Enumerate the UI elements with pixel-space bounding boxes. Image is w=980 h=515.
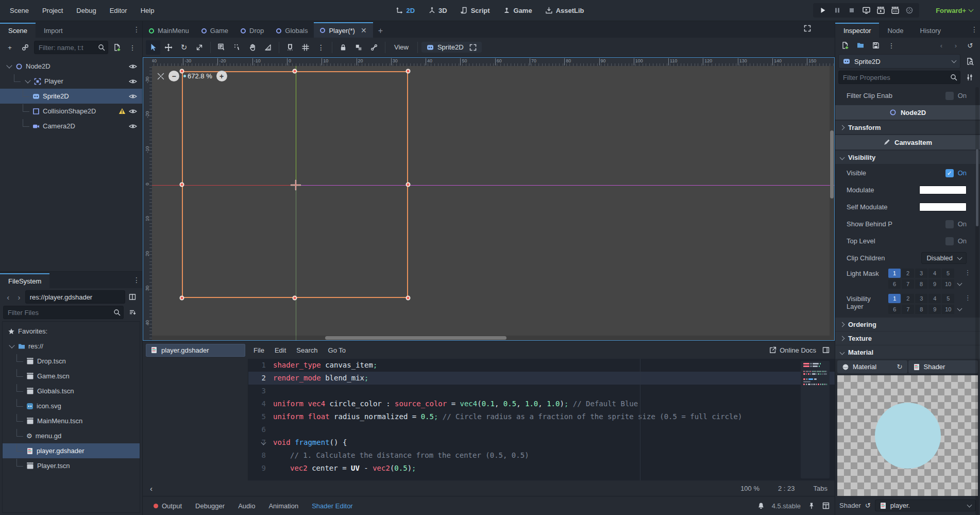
selection-handle[interactable]	[406, 69, 411, 74]
layer-cell-3[interactable]: 3	[915, 269, 927, 278]
center-view-icon[interactable]	[157, 73, 164, 80]
layer-cell-9[interactable]: 9	[928, 279, 941, 289]
revert-icon[interactable]: ↺	[865, 502, 871, 509]
online-docs-button[interactable]: Online Docs	[769, 346, 816, 354]
pivot-tool[interactable]	[230, 40, 244, 55]
checkbox[interactable]	[945, 92, 954, 100]
code-line[interactable]: 3	[248, 385, 835, 397]
layer-cell-4[interactable]: 4	[928, 294, 941, 303]
workspace-3d[interactable]: 3D	[424, 5, 451, 16]
canvas-hscrollbar[interactable]	[152, 336, 834, 340]
code-editor[interactable]: 1shader_type canvas_item;2render_mode bl…	[248, 359, 835, 480]
bottom-panel-debugger[interactable]: Debugger	[190, 500, 230, 512]
scene-tab-player[interactable]: Player(*)✕	[314, 22, 373, 38]
snap-options-menu[interactable]: ⋮	[314, 40, 328, 55]
tab-inspector[interactable]: Inspector	[835, 23, 879, 38]
grid-snap-toggle[interactable]	[298, 40, 313, 55]
color-swatch[interactable]	[919, 203, 967, 211]
zoom-level-value[interactable]: 672.8 %	[183, 72, 212, 80]
expand-icon[interactable]	[469, 44, 477, 51]
bottom-panel-animation[interactable]: Animation	[263, 500, 304, 512]
list-select-tool[interactable]	[214, 40, 229, 55]
selection-handle[interactable]	[180, 182, 184, 187]
zoom-in-button[interactable]: +	[216, 71, 227, 81]
section-texture[interactable]: Texture	[835, 331, 980, 345]
visibility-eye-icon[interactable]	[129, 63, 137, 70]
workspace-script[interactable]: Script	[457, 5, 494, 16]
scale-tool[interactable]	[192, 40, 207, 55]
new-resource-button[interactable]	[838, 39, 852, 52]
section-ordering[interactable]: Ordering	[835, 318, 980, 331]
layer-cell-7[interactable]: 7	[902, 305, 914, 314]
visibility-eye-icon[interactable]	[129, 108, 137, 114]
tab-import[interactable]: Import	[36, 23, 71, 38]
file-item-icon-svg[interactable]: icon.svg	[3, 398, 140, 413]
selection-handle[interactable]	[180, 296, 184, 301]
canvas-viewport[interactable]: -40-30-20-100102030405060708090100110120…	[143, 57, 835, 341]
layer-cell-4[interactable]: 4	[928, 269, 941, 278]
color-swatch[interactable]	[919, 186, 967, 194]
inspector-history-button[interactable]: ↺	[964, 39, 977, 52]
resource-menu-button[interactable]: ⋮	[885, 39, 898, 52]
scene-node-node2d[interactable]: Node2D	[0, 59, 142, 74]
layer-cell-1[interactable]: 1	[888, 269, 901, 278]
zoom-out-button[interactable]: −	[168, 71, 179, 81]
smart-snap-toggle[interactable]	[283, 40, 297, 55]
skeleton-menu[interactable]	[367, 40, 381, 55]
selection-handle[interactable]	[406, 296, 411, 301]
expander-icon[interactable]	[25, 77, 30, 83]
editor-zoom-value[interactable]: 100 %	[740, 485, 759, 492]
scene-tab-game[interactable]: Game	[195, 23, 234, 38]
expander-icon[interactable]	[9, 342, 14, 348]
section-material[interactable]: Material	[835, 345, 980, 359]
play-current-scene-button[interactable]	[874, 4, 887, 16]
inspector-back-button[interactable]: ‹	[935, 39, 948, 52]
more-icon[interactable]: ⋮	[971, 25, 978, 34]
pin-panel-icon[interactable]	[808, 502, 815, 509]
file-item-globals-tscn[interactable]: Globals.tscn	[3, 384, 140, 398]
code-line[interactable]: 9vec2 center = UV - vec2(0.5);	[248, 462, 835, 475]
scene-node-player[interactable]: Player	[0, 74, 142, 89]
move-tool[interactable]	[161, 40, 176, 55]
fold-icon[interactable]	[261, 440, 266, 445]
checkbox[interactable]: ✓	[945, 169, 954, 177]
layer-cell-2[interactable]: 2	[902, 294, 914, 303]
section-transform[interactable]: Transform	[835, 121, 980, 134]
tab-history[interactable]: History	[912, 23, 949, 38]
reload-icon[interactable]: ↻	[897, 363, 903, 371]
inspector-forward-button[interactable]: ›	[949, 39, 962, 52]
scene-node-sprite2d[interactable]: Sprite2D	[0, 89, 142, 104]
pan-tool[interactable]	[245, 40, 260, 55]
tab-scene[interactable]: Scene	[0, 23, 36, 38]
code-menu-edit[interactable]: Edit	[269, 344, 291, 356]
scene-tab-mainmenu[interactable]: MainMenu	[143, 23, 195, 38]
collapse-files-button[interactable]: ‹	[150, 484, 153, 493]
workspace-assetlib[interactable]: AssetLib	[542, 5, 588, 16]
scene-node-camera2d[interactable]: Camera2D	[0, 119, 142, 134]
code-menu-go-to[interactable]: Go To	[323, 344, 351, 356]
layer-cell-1[interactable]: 1	[888, 294, 901, 303]
history-forward-button[interactable]: ›	[14, 293, 24, 302]
canvas-surface[interactable]: −672.8 %+	[152, 66, 834, 340]
movie-maker-button[interactable]	[903, 4, 916, 16]
file-item-mainmenu-tscn[interactable]: MainMenu.tscn	[3, 413, 140, 428]
context-sprite2d-button[interactable]: Sprite2D	[421, 42, 482, 53]
more-icon[interactable]: ⋮	[133, 25, 140, 34]
canvas-vscrollbar[interactable]	[830, 66, 834, 336]
ruler-tool[interactable]	[261, 40, 275, 55]
code-line[interactable]: 6	[248, 423, 835, 436]
tab-node[interactable]: Node	[879, 23, 911, 38]
tab-filesystem[interactable]: FileSystem	[0, 273, 49, 288]
more-icon[interactable]: ⋮	[964, 294, 972, 314]
close-icon[interactable]: ✕	[361, 26, 367, 35]
current-path-field[interactable]	[25, 290, 125, 304]
layer-cell-9[interactable]: 9	[928, 305, 941, 314]
scene-tab-globals[interactable]: Globals	[270, 23, 314, 38]
inspector-tools-icon[interactable]	[962, 74, 977, 81]
section-visibility[interactable]: Visibility	[835, 151, 980, 164]
view-menu[interactable]: View	[389, 41, 414, 53]
play-custom-scene-button[interactable]	[888, 4, 902, 16]
file-item-player-gdshader[interactable]: player.gdshader	[3, 443, 140, 458]
code-line[interactable]: 4uniform vec4 circle_color : source_colo…	[248, 397, 835, 410]
workspace-game[interactable]: Game	[499, 5, 536, 16]
